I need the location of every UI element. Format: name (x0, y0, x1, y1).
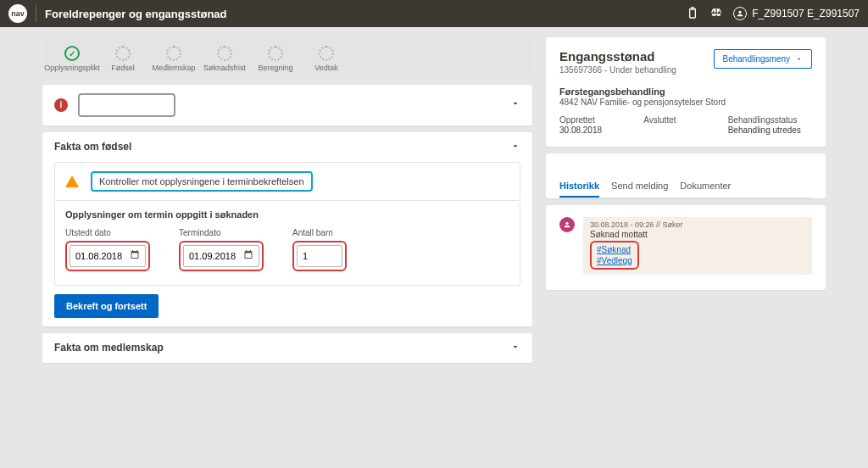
user-name: F_Z991507 E_Z991507 (752, 8, 860, 20)
membership-panel-header[interactable]: Fakta om medlemskap (54, 342, 520, 354)
divider (36, 5, 36, 22)
history-meta: 30.08.2018 - 09:26 // Søker (590, 220, 805, 229)
calendar-icon[interactable] (243, 249, 253, 262)
user-menu[interactable]: F_Z991507 E_Z991507 (733, 7, 860, 20)
utstedt-dato-field: Utstedt dato (65, 228, 150, 271)
termin-section-title: Opplysninger om termin oppgitt i søknade… (65, 209, 509, 220)
history-card: 30.08.2018 - 09:26 // Søker Søknad motta… (546, 205, 826, 290)
membership-panel: Fakta om medlemskap (42, 333, 532, 363)
calendar-icon[interactable] (130, 249, 140, 262)
tab-dokumenter[interactable]: Dokumenter (680, 174, 731, 198)
utstedt-dato-label: Utstedt dato (65, 228, 150, 237)
warning-icon (65, 176, 79, 187)
alert-box: Kontroller mot opplysningene i terminbek… (54, 162, 520, 201)
confirm-button[interactable]: Bekreft og fortsett (54, 294, 159, 318)
closed-panel-header[interactable]: i (54, 93, 520, 117)
tabs: Historikk Send melding Dokumenter (559, 174, 812, 198)
chevron-down-icon (510, 342, 520, 354)
termin-info-box: Opplysninger om termin oppgitt i søknade… (54, 201, 520, 286)
logo: nav (8, 4, 27, 23)
antall-barn-label: Antall barn (292, 228, 347, 237)
placeholder-box (78, 93, 175, 117)
behandling-type: Førstegangsbehandling (559, 86, 812, 97)
process-steps: Opplysningsplikt Fødsel Medlemskap Søkna… (42, 37, 532, 78)
history-item: 30.08.2018 - 09:26 // Søker Søknad motta… (559, 217, 812, 275)
app-title: Foreldrepenger og engangsstønad (45, 8, 686, 20)
person-icon (559, 217, 575, 232)
step-beregning[interactable]: Beregning (253, 46, 298, 73)
closed-panel: i (42, 85, 532, 125)
alert-text: Kontroller mot opplysningene i terminbek… (99, 176, 304, 187)
tab-send-melding[interactable]: Send melding (611, 174, 668, 198)
case-title: Engangsstønad (559, 49, 676, 64)
antall-barn-field: Antall barn (292, 228, 347, 271)
step-opplysningsplikt[interactable]: Opplysningsplikt (49, 46, 95, 73)
step-soknadsfrist[interactable]: Søknadsfrist (202, 46, 248, 73)
clipboard-icon[interactable] (686, 6, 699, 22)
case-summary: Engangsstønad 135697366 - Under behandli… (546, 37, 826, 147)
termindato-field: Termindato (179, 228, 264, 271)
opprettet-value: 30.08.2018 (559, 125, 643, 135)
antall-barn-input[interactable] (303, 251, 337, 261)
case-subtitle: 135697366 - Under behandling (559, 65, 676, 75)
membership-panel-title: Fakta om medlemskap (54, 342, 164, 354)
utstedt-dato-input[interactable] (75, 251, 130, 261)
topbar: nav Foreldrepenger og engangsstønad F_Z9… (0, 0, 868, 27)
balance-icon[interactable] (709, 6, 723, 22)
chevron-down-icon (510, 98, 520, 111)
tab-historikk[interactable]: Historikk (559, 174, 599, 198)
highlight-box (179, 241, 264, 271)
chevron-down-icon (795, 55, 803, 63)
step-fodsel[interactable]: Fødsel (100, 46, 146, 73)
highlight-box: #Søknad #Vedlegg (590, 241, 639, 270)
highlight-box (65, 241, 150, 271)
history-link-vedlegg[interactable]: #Vedlegg (597, 255, 632, 266)
birth-panel-header[interactable]: Fakta om fødsel (54, 141, 520, 153)
info-icon: i (54, 98, 68, 112)
case-enhet: 4842 NAV Familie- og pensjonsytelser Sto… (559, 98, 812, 107)
step-medlemskap[interactable]: Medlemskap (151, 46, 197, 73)
birth-panel: Fakta om fødsel Kontroller mot opplysnin… (42, 132, 532, 326)
avsluttet-label: Avsluttet (643, 115, 727, 125)
history-link-soknad[interactable]: #Søknad (597, 244, 632, 255)
termindato-label: Termindato (179, 228, 264, 237)
opprettet-label: Opprettet (559, 115, 643, 125)
user-icon (733, 7, 747, 20)
chevron-up-icon (510, 141, 520, 153)
behandlingsmeny-button[interactable]: Behandlingsmeny (714, 49, 813, 69)
step-vedtak[interactable]: Vedtak (303, 46, 349, 73)
birth-panel-title: Fakta om fødsel (54, 141, 131, 153)
highlight-box (292, 241, 347, 271)
termindato-input[interactable] (189, 251, 243, 261)
tabs-card: Historikk Send melding Dokumenter (546, 153, 826, 198)
status-value: Behandling utredes (728, 125, 812, 135)
status-label: Behandlingsstatus (728, 115, 812, 125)
history-title: Søknad mottatt (590, 230, 805, 239)
alert-highlight: Kontroller mot opplysningene i terminbek… (91, 171, 313, 192)
